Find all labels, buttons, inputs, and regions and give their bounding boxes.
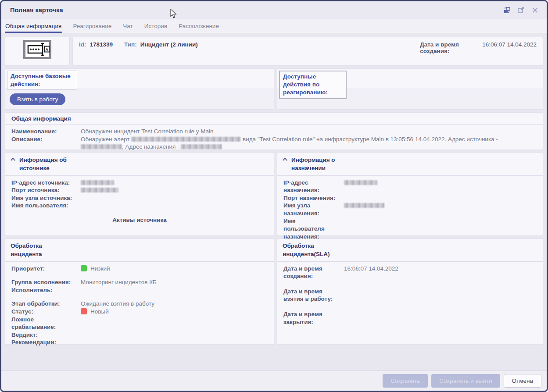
sla-head: Обработка инцидента(SLA) [277,239,543,262]
redacted-alert-id [131,137,241,142]
source-host-value [81,194,268,202]
source-info-title: Информация об источнике [19,156,85,173]
sla-created-value: 16:06:07 14.04.2022 [344,265,537,280]
general-info-body: Наименование: Обнаружен инцидент Test Co… [5,125,543,155]
destination-port-label: Порт назначения: [283,194,338,202]
incident-type-icon-panel: A [5,37,70,66]
sla-closed-row: Дата и время закрытия: [283,310,537,326]
header-row: A Id: 1781339 Тип: Инцидент (2 линии) Да… [5,37,543,66]
source-info-head: Информация об источнике [5,153,274,176]
collapse-chevron-icon[interactable] [11,158,15,161]
description-text: Обнаружен алерт [81,136,130,143]
redacted-destination-host [344,203,384,208]
tab-response[interactable]: Реагирование [73,19,111,33]
created-value: 16:06:07 14.04.2022 [482,41,537,48]
destination-host-row: Имя узла назначения: [283,202,537,217]
priority-low-chip [81,265,87,271]
dock-window-icon[interactable] [503,6,511,14]
description-text: , Адрес назначения - [122,143,179,150]
tab-general-info[interactable]: Общая информация [5,19,61,33]
sla-panel: Обработка инцидента(SLA) Дата и время со… [277,239,543,345]
incident-id-type: Id: 1781339 Тип: Инцидент (2 линии) [79,41,206,61]
sla-taken-label: Дата и время взятия в работу: [283,288,338,303]
sla-taken-value [344,288,537,303]
status-new-chip [81,308,87,314]
cancel-button[interactable]: Отмена [504,374,541,388]
sla-closed-value [344,310,537,326]
dock-window-icon [503,7,511,14]
executor-row: Исполнитель: [11,286,268,294]
open-in-new-window-icon[interactable] [517,6,525,14]
footer-bar: Сохранить Сохранить и выйти Отмена [1,371,547,391]
status-text: Новый [90,308,109,315]
tab-history[interactable]: История [144,19,167,33]
close-icon[interactable] [531,6,539,14]
group-row: Группа исполнения: Мониторинг инцидентов… [11,278,268,286]
tab-bar: Общая информация Реагирование Чат Истори… [1,19,547,33]
description-row: Описание: Обнаружен алерт вида "Test Cor… [11,135,537,151]
titlebar: Полная карточка [1,1,547,19]
response-actions-label: Доступные действия по реагированию: [279,71,347,99]
sla-title: Обработка инцидента(SLA) [283,242,353,259]
tab-chat[interactable]: Чат [123,19,133,33]
sla-taken-row: Дата и время взятия в работу: [283,288,537,303]
recommendations-row: Рекомендации: [11,339,268,346]
type-label: Тип: [124,41,137,48]
card-content: A Id: 1781339 Тип: Инцидент (2 линии) Да… [1,33,547,371]
priority-text: Низкий [90,265,110,272]
destination-port-row: Порт назначения: [283,194,537,202]
recommendations-label: Рекомендации: [11,339,73,346]
response-actions-panel: Доступные действия по реагированию: [277,68,543,110]
status-value: Новый [81,308,268,316]
name-value: Обнаружен инцидент Test Correlation rule… [81,128,537,135]
destination-user-value [344,217,537,241]
priority-value: Низкий [81,265,268,273]
open-in-new-window-icon [517,7,524,14]
source-port-value [81,186,268,194]
verdict-value [81,331,268,339]
name-row: Наименование: Обнаружен инцидент Test Co… [11,128,537,135]
destination-user-label: Имя пользователя назначения: [283,217,338,241]
sla-closed-label: Дата и время закрытия: [283,310,338,326]
redacted-destination-ip [181,144,222,149]
save-and-exit-button[interactable]: Сохранить и выйти [431,374,500,388]
base-actions-head: Доступные базовые действия: [5,69,274,89]
redacted-destination-ip [344,180,377,185]
svg-text:A: A [45,47,48,52]
destination-host-value [344,202,537,217]
destination-port-value [344,194,537,202]
name-label: Наименование: [11,128,73,135]
sla-created-label: Дата и время создания: [283,265,338,280]
source-port-label: Порт источника: [11,186,73,194]
source-info-panel: Информация об источнике IP-адрес источни… [5,153,274,236]
collapse-chevron-icon[interactable] [283,158,287,161]
base-actions-body: Взять в работу [5,89,274,109]
sla-body: Дата и время создания: 16:06:07 14.04.20… [277,262,543,338]
source-ip-row: IP-адрес источника: [11,179,268,187]
description-text: вида "Test Correlation rule" на инфрастр… [243,136,498,143]
general-info-title: Общая информация [5,113,543,125]
id-label: Id: [79,41,86,48]
created-label: Дата и время создания: [420,41,467,54]
destination-host-label: Имя узла назначения: [283,202,338,217]
false-positive-label: Ложное срабатывание: [11,316,73,331]
stage-value: Ожидание взятия в работу [81,300,268,308]
description-label: Описание: [11,135,73,151]
save-button[interactable]: Сохранить [383,374,428,388]
source-destination-row: Информация об источнике IP-адрес источни… [5,153,543,236]
verdict-row: Вердикт: [11,331,268,339]
incident-processing-body: Приоритет: Низкий Группа исполнения: Мон… [5,262,274,351]
redacted-source-ip [81,180,114,185]
type-value: Инцидент (2 линии) [140,41,198,48]
priority-label: Приоритет: [11,265,73,273]
stage-row: Этап обработки: Ожидание взятия в работу [11,300,268,308]
take-to-work-button[interactable]: Взять в работу [10,93,65,105]
destination-info-title: Информация о назначении [291,156,349,173]
source-info-body: IP-адрес источника: Порт источника: Имя … [5,176,274,228]
tab-location[interactable]: Расположение [179,19,219,33]
stage-label: Этап обработки: [11,300,73,308]
incident-processing-title: Обработка инцидента [11,242,59,259]
group-value: Мониторинг инцидентов КБ [81,278,268,286]
incident-processing-panel: Обработка инцидента Приоритет: Низкий Гр… [5,239,274,345]
destination-ip-label: IP-адрес назначения: [283,179,338,194]
